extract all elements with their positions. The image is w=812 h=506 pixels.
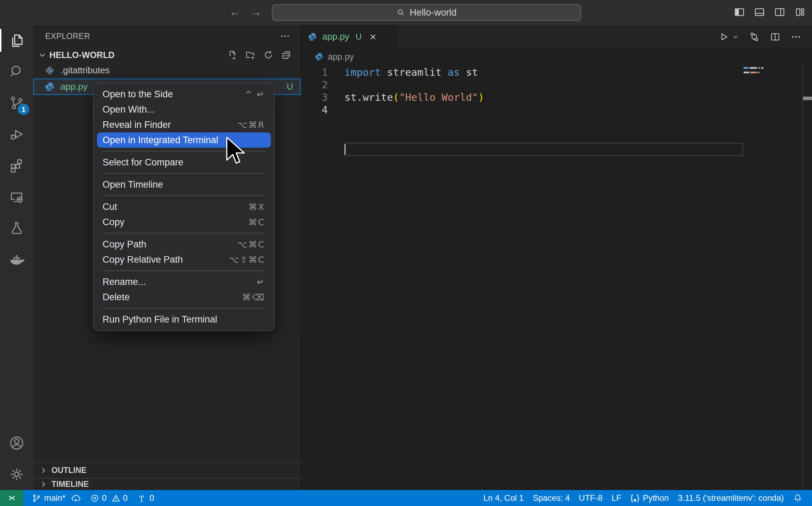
python-icon [44, 82, 55, 92]
titlebar: ← → Hello-world [0, 0, 812, 25]
error-icon [90, 493, 99, 503]
outline-section-header[interactable]: OUTLINE [33, 462, 301, 478]
toggle-secondary-sidebar-icon[interactable] [774, 6, 786, 18]
activity-explorer-button[interactable] [0, 25, 33, 56]
run-python-file-button[interactable] [718, 31, 739, 42]
radio-tower-icon [137, 493, 146, 503]
run-debug-icon [9, 126, 25, 142]
play-icon [718, 31, 729, 42]
explorer-more-actions-button[interactable] [280, 31, 290, 41]
problems-status[interactable]: 0 0 [86, 493, 132, 503]
activity-remote-explorer-button[interactable] [0, 181, 33, 212]
new-folder-icon[interactable] [245, 50, 255, 60]
current-line-highlight [344, 143, 743, 156]
vscode-window: ← → Hello-world [0, 0, 812, 506]
scm-changes-badge: 1 [18, 104, 29, 115]
text-caret [344, 144, 346, 155]
menu-separator [103, 173, 265, 174]
menu-item-copy[interactable]: Copy⌘C [97, 214, 271, 230]
history-back-button[interactable]: ← [229, 6, 241, 18]
menu-item-reveal-in-finder[interactable]: Reveal in Finder⌥⌘R [97, 117, 271, 132]
git-icon [44, 65, 55, 76]
braces-icon: {} [630, 493, 640, 503]
menu-separator [103, 233, 265, 234]
file-name: app.py [60, 81, 88, 92]
encoding-status[interactable]: UTF-8 [574, 493, 607, 503]
language-mode-status[interactable]: {} Python [626, 493, 673, 503]
ports-status[interactable]: 0 [132, 493, 159, 503]
menu-item-rename[interactable]: Rename...↵ [97, 274, 271, 289]
context-menu: Open to the Side^ ↵ Open With... Reveal … [93, 83, 275, 331]
code-line-2: 2 [301, 79, 812, 91]
code-line-3: 3 st.write("Hello World") [301, 91, 812, 104]
split-editor-icon[interactable] [770, 31, 781, 42]
status-bar: main* 0 0 [0, 490, 812, 506]
remote-icon [7, 493, 17, 503]
activity-run-debug-button[interactable] [0, 119, 33, 150]
tab-app-py[interactable]: app.py U [301, 25, 397, 49]
menu-item-run-python-file-in-terminal[interactable]: Run Python File in Terminal [97, 312, 271, 327]
chevron-right-icon [39, 480, 48, 489]
search-icon [9, 64, 25, 80]
overview-ruler [802, 64, 803, 490]
chevron-right-icon [39, 466, 48, 475]
python-interpreter-status[interactable]: 3.11.5 ('streamlitenv': conda) [673, 493, 788, 503]
file-name: .gitattributes [60, 65, 110, 76]
close-icon[interactable] [368, 32, 377, 41]
menu-item-cut[interactable]: Cut⌘X [97, 199, 271, 214]
activity-testing-button[interactable] [0, 212, 33, 244]
ellipsis-icon[interactable] [790, 31, 802, 42]
history-forward-button[interactable]: → [250, 6, 261, 18]
toggle-panel-icon[interactable] [754, 6, 765, 18]
refresh-icon[interactable] [263, 50, 274, 60]
menu-separator [103, 270, 265, 271]
remote-explorer-icon [9, 189, 25, 205]
activity-extensions-button[interactable] [0, 150, 33, 181]
code-line-1: 1 import streamlit as st [301, 66, 812, 79]
menu-item-open-to-the-side[interactable]: Open to the Side^ ↵ [97, 87, 271, 102]
code-area[interactable]: 1 import streamlit as st 2 3 st.write("H… [301, 65, 812, 116]
activity-settings-button[interactable] [0, 459, 33, 490]
account-icon [9, 435, 25, 451]
git-branch-status[interactable]: main* [27, 493, 86, 503]
activity-search-button[interactable] [0, 56, 33, 87]
folder-name: HELLO-WORLD [49, 50, 114, 60]
new-file-icon[interactable] [227, 50, 237, 60]
command-center-search[interactable]: Hello-world [272, 4, 581, 21]
eol-status[interactable]: LF [607, 493, 626, 503]
python-icon [308, 32, 317, 42]
timeline-section-header[interactable]: TIMELINE [33, 478, 301, 490]
collapse-all-icon[interactable] [281, 50, 292, 60]
activity-docker-button[interactable] [0, 244, 33, 275]
folder-section-header[interactable]: HELLO-WORLD [33, 48, 301, 62]
file-row-gitattributes[interactable]: .gitattributes [33, 62, 301, 79]
breadcrumb[interactable]: app.py [301, 49, 812, 65]
activity-source-control-button[interactable]: 1 [0, 87, 33, 119]
chevron-down-icon [38, 50, 47, 60]
menu-separator [103, 308, 265, 309]
chevron-down-icon[interactable] [732, 33, 739, 40]
command-center-text: Hello-world [409, 7, 456, 18]
menu-item-copy-path[interactable]: Copy Path⌥⌘C [97, 237, 271, 252]
activity-account-button[interactable] [0, 427, 33, 459]
editor-group: app.py U [301, 25, 812, 490]
warning-icon [111, 493, 121, 503]
open-changes-icon[interactable] [749, 31, 760, 42]
indentation-status[interactable]: Spaces: 4 [528, 493, 575, 503]
menu-item-open-timeline[interactable]: Open Timeline [97, 177, 271, 192]
menu-item-open-with[interactable]: Open With... [97, 102, 271, 117]
bell-icon [793, 493, 803, 503]
layout-custom-icon[interactable] [794, 6, 806, 18]
menu-item-delete[interactable]: Delete⌘⌫ [97, 289, 271, 305]
remote-indicator-button[interactable] [0, 490, 24, 506]
scrollbar-cursor-marker[interactable] [803, 97, 812, 100]
explorer-title: EXPLORER [45, 32, 90, 41]
testing-icon [9, 220, 25, 236]
minimap[interactable] [744, 67, 799, 76]
activity-bar: 1 [0, 25, 33, 490]
menu-item-copy-relative-path[interactable]: Copy Relative Path⌥⇧⌘C [97, 252, 271, 267]
cursor-position-status[interactable]: Ln 4, Col 1 [479, 493, 528, 503]
toggle-primary-sidebar-icon[interactable] [733, 6, 745, 18]
cloud-upload-icon [71, 493, 81, 503]
notifications-bell-button[interactable] [788, 493, 807, 503]
